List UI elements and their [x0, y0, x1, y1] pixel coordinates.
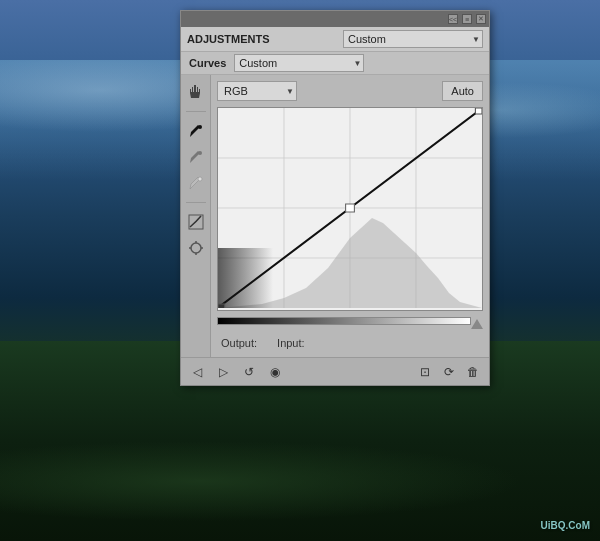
forward-footer-icon[interactable]: ▷ — [213, 362, 233, 382]
svg-rect-16 — [218, 248, 273, 308]
watermark: UiBQ.CoM — [541, 520, 590, 531]
svg-point-1 — [198, 151, 202, 155]
svg-rect-19 — [475, 108, 482, 114]
curves-preset-wrap[interactable]: Custom ▼ — [234, 54, 364, 72]
svg-point-2 — [198, 177, 202, 181]
output-label: Output: — [221, 337, 257, 349]
toolbar-divider-2 — [186, 202, 206, 203]
auto-button[interactable]: Auto — [442, 81, 483, 101]
preset-dropdown-wrap[interactable]: Custom ▼ — [343, 30, 483, 48]
input-label: Input: — [277, 337, 305, 349]
eyedropper-gray-tool[interactable] — [185, 146, 207, 168]
sample-ring-icon[interactable] — [185, 237, 207, 259]
adjustments-panel: << ≡ ✕ ADJUSTMENTS Custom ▼ Curves Custo… — [180, 10, 490, 386]
svg-point-0 — [198, 125, 202, 129]
curves-graph[interactable] — [217, 107, 483, 311]
svg-rect-18 — [218, 304, 225, 308]
output-input-row: Output: Input: — [217, 335, 483, 351]
svg-rect-17 — [346, 204, 355, 212]
curves-label: Curves — [189, 57, 226, 69]
channel-select[interactable]: RGB Red Green Blue — [217, 81, 297, 101]
panel-header: ADJUSTMENTS Custom ▼ — [181, 27, 489, 52]
eyedropper-black-tool[interactable] — [185, 120, 207, 142]
main-area: RGB Red Green Blue ▼ Auto — [211, 75, 489, 357]
svg-point-4 — [191, 243, 201, 253]
refresh-footer-icon[interactable]: ⟳ — [439, 362, 459, 382]
close-button[interactable]: ✕ — [476, 14, 486, 24]
channel-dropdown-wrap[interactable]: RGB Red Green Blue ▼ — [217, 81, 297, 101]
panel-header-left: ADJUSTMENTS — [187, 33, 270, 45]
trash-footer-icon[interactable]: 🗑 — [463, 362, 483, 382]
curve-display-icon[interactable] — [185, 211, 207, 233]
panel-body: RGB Red Green Blue ▼ Auto — [181, 75, 489, 357]
preset-dropdown[interactable]: Custom — [343, 30, 483, 48]
panel-title: ADJUSTMENTS — [187, 33, 270, 45]
eyedropper-white-tool[interactable] — [185, 172, 207, 194]
footer-right: ⊡ ⟳ 🗑 — [415, 362, 483, 382]
reset-footer-icon[interactable]: ↺ — [239, 362, 259, 382]
panel-menu-button[interactable]: ≡ — [462, 14, 472, 24]
output-gradient-bar — [217, 317, 471, 325]
hand-tool[interactable] — [185, 81, 207, 103]
mask-footer-icon[interactable]: ⊡ — [415, 362, 435, 382]
panel-footer: ◁ ▷ ↺ ◉ ⊡ ⟳ 🗑 — [181, 357, 489, 385]
back-footer-icon[interactable]: ◁ — [187, 362, 207, 382]
controls-row: RGB Red Green Blue ▼ Auto — [217, 81, 483, 101]
curves-svg — [218, 108, 482, 308]
gradient-row — [217, 317, 483, 329]
panel-titlebar: << ≡ ✕ — [181, 11, 489, 27]
eye-footer-icon[interactable]: ◉ — [265, 362, 285, 382]
left-toolbar — [181, 75, 211, 357]
watermark-text: UiBQ.CoM — [541, 520, 590, 531]
collapse-button[interactable]: << — [448, 14, 458, 24]
toolbar-divider-1 — [186, 111, 206, 112]
fish-area — [0, 441, 600, 521]
gradient-triangle — [471, 319, 483, 329]
curves-preset-dropdown[interactable]: Custom — [234, 54, 364, 72]
